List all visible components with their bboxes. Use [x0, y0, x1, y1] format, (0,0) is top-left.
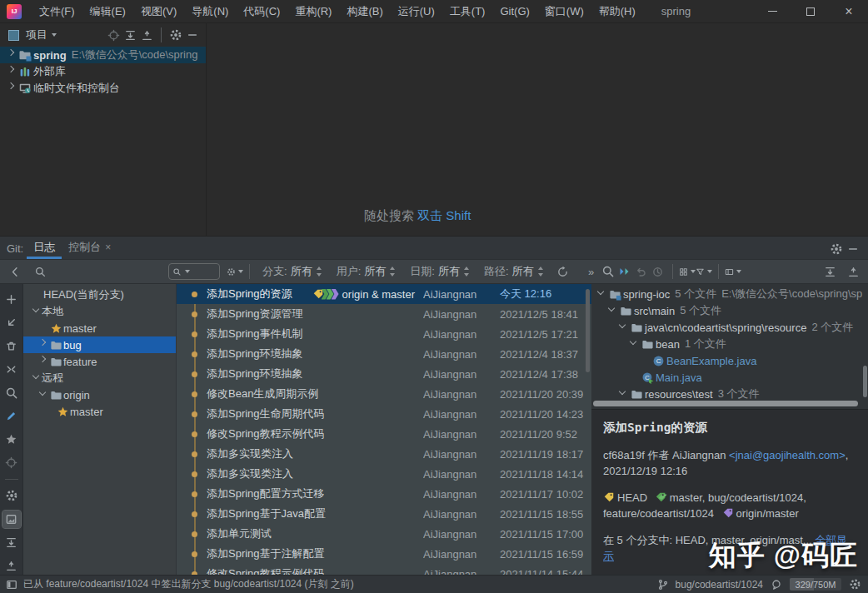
notification-bubble-icon[interactable] — [770, 576, 783, 593]
project-tree-item-spring[interactable]: spring E:\微信公众号\code\spring — [0, 47, 206, 63]
menu-item[interactable]: 帮助(H) — [591, 0, 643, 22]
chevrons-more-icon[interactable]: » — [583, 263, 600, 280]
branch-row[interactable]: HEAD(当前分支) — [23, 287, 176, 303]
filter-settings-gear-icon[interactable] — [227, 263, 243, 280]
menu-item[interactable]: 工具(T) — [442, 0, 493, 22]
branch-row[interactable]: 本地 — [23, 303, 176, 320]
branch-row[interactable]: 远程 — [23, 370, 176, 386]
presentation-settings-icon[interactable] — [725, 263, 741, 280]
commit-row[interactable]: 修改Spring教程示例代码 AiJiangnan 2021/11/14 15:… — [177, 564, 591, 575]
commit-row[interactable]: 添加多实现类注入 AiJiangnan 2021/11/19 18:17 — [177, 444, 591, 464]
project-tree-item-scratches[interactable]: 临时文件和控制台 — [0, 80, 206, 97]
project-tree-item-libraries[interactable]: 外部库 — [0, 63, 206, 80]
collapse-all-icon[interactable] — [2, 557, 21, 575]
commit-row[interactable]: 添加Spring配置方式迁移 AiJiangnan 2021/11/17 10:… — [177, 484, 591, 504]
settings-gear-icon[interactable] — [848, 576, 861, 593]
commit-row[interactable]: 添加Spring基于注解配置 AiJiangnan 2021/11/15 16:… — [177, 544, 591, 564]
search-branch-icon[interactable] — [2, 384, 21, 401]
tab-log[interactable]: 日志 — [27, 237, 62, 259]
commit-row[interactable]: 添加Spring的资源 origin & master AiJiangnan 今… — [177, 284, 591, 304]
preview-details-icon[interactable] — [2, 511, 21, 528]
compare-branches-icon[interactable] — [2, 361, 21, 378]
locate-file-icon[interactable] — [105, 27, 122, 43]
commit-list-scrollbar[interactable] — [586, 289, 590, 372]
menu-item[interactable]: 代码(C) — [236, 0, 287, 22]
commit-row[interactable]: 添加Spring事件机制 AiJiangnan 2021/12/5 17:21 — [177, 324, 591, 344]
branch-row[interactable]: master — [23, 320, 176, 336]
changed-file-row[interactable]: java\cn\codeartist\spring\resource 2 个文件 — [591, 319, 868, 336]
menu-item[interactable]: 重构(R) — [287, 0, 339, 22]
navigate-target-icon[interactable] — [2, 454, 21, 471]
settings-gear-icon[interactable] — [167, 27, 184, 43]
delete-icon[interactable] — [2, 337, 21, 355]
hide-panel-icon[interactable] — [184, 27, 201, 43]
find-icon[interactable] — [600, 263, 616, 280]
commit-row[interactable]: 添加单元测试 AiJiangnan 2021/11/15 17:00 — [177, 524, 591, 544]
project-view-selector[interactable]: 项目 — [8, 27, 57, 42]
horizontal-scrollbar[interactable] — [593, 401, 858, 406]
window-minimize-button[interactable] — [753, 0, 791, 23]
settings-gear-icon[interactable] — [828, 241, 845, 257]
tool-window-toggle-icon[interactable] — [5, 578, 18, 591]
log-filter[interactable]: 路径:所有 — [484, 264, 545, 279]
menu-item[interactable]: 构建(B) — [339, 0, 390, 22]
menu-item[interactable]: 运行(U) — [391, 0, 442, 22]
changed-file-row[interactable]: bean 1 个文件 — [591, 336, 868, 352]
undo-icon[interactable] — [633, 263, 650, 280]
branch-row[interactable]: feature — [23, 353, 176, 370]
commit-row[interactable]: 添加Spring环境抽象 AiJiangnan 2021/12/4 17:38 — [177, 364, 591, 384]
collapse-all-icon[interactable] — [845, 263, 861, 280]
expand-all-icon[interactable] — [821, 263, 838, 280]
changed-file-row[interactable]: resources\test 3 个文件 — [591, 386, 868, 402]
log-filter-input[interactable] — [168, 263, 220, 280]
commit-row[interactable]: 修改Bean生成周期示例 AiJiangnan 2021/11/20 20:39 — [177, 384, 591, 404]
commit-row[interactable]: 添加多实现类注入 AiJiangnan 2021/11/18 14:14 — [177, 464, 591, 484]
memory-indicator[interactable]: 329/750M — [790, 578, 841, 591]
commit-date: 2021/11/15 18:55 — [500, 508, 586, 521]
author-email-link[interactable]: <jnai@gaojihealth.com> — [729, 449, 846, 461]
tab-close-icon[interactable]: × — [105, 242, 111, 252]
go-to-hash-icon[interactable] — [616, 263, 633, 280]
checkout-icon[interactable] — [2, 314, 21, 331]
menu-item[interactable]: 编辑(E) — [82, 0, 133, 22]
commit-row[interactable]: 添加Spring基于Java配置 AiJiangnan 2021/11/15 1… — [177, 504, 591, 524]
hide-tool-window-icon[interactable] — [845, 241, 861, 257]
recent-history-icon[interactable] — [650, 263, 666, 280]
favorite-star-icon[interactable] — [2, 431, 21, 448]
log-filter[interactable]: 分支:所有 — [262, 264, 323, 279]
menu-item[interactable]: Git(G) — [492, 0, 536, 22]
add-branch-icon[interactable] — [2, 291, 21, 308]
commit-row[interactable]: 添加Spring生命周期代码 AiJiangnan 2021/11/20 14:… — [177, 404, 591, 424]
changed-file-row[interactable]: spring-ioc 5 个文件 E:\微信公众号\code\spring\sp — [591, 286, 868, 302]
log-filter[interactable]: 日期:所有 — [410, 264, 471, 279]
expand-all-icon[interactable] — [122, 27, 138, 43]
menu-item[interactable]: 导航(N) — [184, 0, 236, 22]
window-maximize-button[interactable] — [791, 0, 830, 23]
settings-gear-icon[interactable] — [2, 487, 21, 505]
expand-all-icon[interactable] — [2, 534, 21, 551]
edit-icon[interactable] — [2, 407, 21, 425]
commit-row[interactable]: 添加Spring资源管理 AiJiangnan 2021/12/5 18:41 — [177, 304, 591, 324]
filter-funnel-icon[interactable] — [696, 263, 712, 280]
branch-row[interactable]: bug — [23, 336, 176, 353]
window-close-button[interactable]: × — [830, 0, 868, 23]
menu-item[interactable]: 视图(V) — [133, 0, 184, 22]
search-icon[interactable] — [32, 263, 48, 280]
tab-console[interactable]: 控制台 × — [62, 237, 117, 259]
changed-file-row[interactable]: src\main 5 个文件 — [591, 302, 868, 319]
commit-row[interactable]: 修改Spring教程示例代码 AiJiangnan 2021/11/20 9:5… — [177, 424, 591, 444]
commit-row[interactable]: 添加Spring环境抽象 AiJiangnan 2021/12/4 18:37 — [177, 344, 591, 364]
collapse-all-icon[interactable] — [138, 27, 155, 43]
changed-file-row[interactable]: C BeanExample.java — [591, 352, 868, 369]
branch-row[interactable]: master — [23, 403, 176, 420]
log-filter[interactable]: 用户:所有 — [337, 264, 397, 279]
branch-row[interactable]: origin — [23, 386, 176, 403]
current-branch-label[interactable]: bug/codeartist/1024 — [676, 579, 763, 591]
vertical-scrollbar[interactable] — [863, 366, 867, 397]
menu-item[interactable]: 窗口(W) — [537, 0, 591, 22]
back-icon[interactable] — [7, 263, 23, 280]
changed-file-row[interactable]: C Main.java — [591, 369, 868, 386]
intelli-sort-icon[interactable] — [679, 263, 696, 280]
refresh-icon[interactable] — [555, 263, 571, 280]
menu-item[interactable]: 文件(F) — [32, 0, 82, 22]
